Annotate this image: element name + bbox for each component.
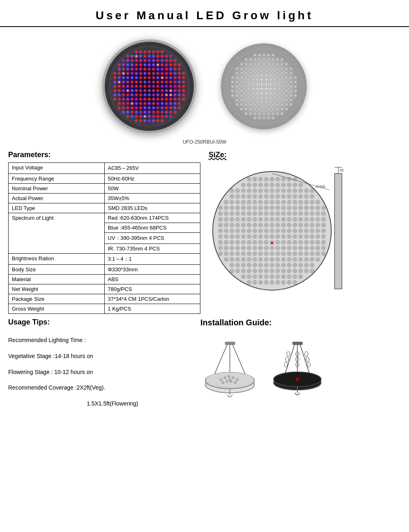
svg-point-147 <box>236 229 240 233</box>
svg-point-94 <box>258 212 263 216</box>
svg-point-33 <box>299 189 303 193</box>
svg-point-221 <box>224 252 228 256</box>
svg-point-214 <box>293 246 297 250</box>
svg-point-218 <box>316 246 320 250</box>
svg-point-145 <box>224 229 228 233</box>
svg-point-273 <box>241 269 245 273</box>
svg-point-11 <box>247 183 251 187</box>
svg-point-281 <box>287 269 291 273</box>
svg-point-235 <box>304 252 308 256</box>
svg-point-106 <box>218 217 222 221</box>
svg-point-284 <box>304 269 308 273</box>
svg-point-5 <box>270 177 274 181</box>
svg-point-291 <box>270 275 274 279</box>
svg-point-18 <box>287 183 291 187</box>
svg-point-170 <box>258 234 263 239</box>
svg-point-301 <box>270 280 274 284</box>
svg-point-295 <box>293 275 297 279</box>
svg-point-226 <box>253 252 257 256</box>
svg-point-87 <box>218 212 222 216</box>
svg-point-9 <box>293 177 297 181</box>
svg-point-231 <box>281 252 285 256</box>
svg-point-179 <box>310 234 314 239</box>
usage-text: Recommended Lighting Time : Vegetative S… <box>8 330 192 410</box>
svg-point-337 <box>284 362 288 367</box>
svg-point-202 <box>224 246 228 250</box>
svg-point-304 <box>287 280 291 284</box>
svg-point-99 <box>287 212 291 216</box>
svg-point-258 <box>241 263 245 267</box>
svg-point-55 <box>247 200 251 204</box>
svg-point-133 <box>264 223 268 227</box>
svg-point-78 <box>276 206 280 210</box>
svg-point-194 <box>287 240 291 244</box>
svg-point-2 <box>253 177 257 181</box>
svg-point-294 <box>287 275 291 279</box>
led-back-image <box>221 43 307 129</box>
page-title: User Manual LED Grow light <box>0 0 409 27</box>
svg-point-91 <box>241 212 245 216</box>
svg-point-109 <box>236 217 240 221</box>
svg-point-16 <box>276 183 280 187</box>
svg-point-10 <box>241 183 245 187</box>
svg-point-54 <box>241 200 245 204</box>
svg-point-211 <box>276 246 280 250</box>
svg-point-290 <box>264 275 268 279</box>
svg-point-176 <box>293 234 297 239</box>
svg-point-288 <box>253 275 257 279</box>
svg-point-149 <box>247 229 251 233</box>
svg-point-143 <box>321 223 326 227</box>
svg-point-72 <box>241 206 245 210</box>
svg-point-57 <box>258 200 263 204</box>
svg-point-37 <box>236 194 240 198</box>
svg-point-117 <box>281 217 285 221</box>
svg-point-172 <box>270 234 274 239</box>
svg-point-166 <box>236 234 240 239</box>
svg-point-271 <box>230 269 234 273</box>
svg-point-129 <box>241 223 245 227</box>
svg-point-24 <box>247 189 251 193</box>
svg-point-297 <box>247 280 251 284</box>
svg-point-292 <box>276 275 280 279</box>
svg-point-7 <box>281 177 285 181</box>
svg-point-263 <box>270 263 274 267</box>
svg-point-262 <box>264 263 268 267</box>
svg-point-269 <box>304 263 308 267</box>
svg-point-73 <box>247 206 251 210</box>
svg-point-30 <box>281 189 285 193</box>
svg-point-233 <box>293 252 297 256</box>
svg-point-20 <box>299 183 303 187</box>
svg-point-212 <box>281 246 285 250</box>
svg-point-125 <box>218 223 222 227</box>
svg-point-56 <box>253 200 257 204</box>
svg-point-293 <box>281 275 285 279</box>
svg-point-154 <box>276 229 280 233</box>
svg-point-322 <box>228 375 230 378</box>
svg-point-96 <box>270 212 274 216</box>
usage-section: Usage Tips: Recommended Lighting Time : … <box>8 318 192 415</box>
svg-point-209 <box>264 246 268 250</box>
svg-point-44 <box>276 194 280 198</box>
svg-point-189 <box>258 240 263 244</box>
svg-point-248 <box>276 257 280 261</box>
svg-point-241 <box>236 257 240 261</box>
svg-point-329 <box>234 381 236 384</box>
svg-point-165 <box>230 234 234 239</box>
svg-point-68 <box>218 206 222 210</box>
svg-point-232 <box>287 252 291 256</box>
svg-point-327 <box>226 380 228 383</box>
svg-point-300 <box>264 280 268 284</box>
svg-point-112 <box>253 217 257 221</box>
svg-point-341 <box>305 352 308 356</box>
svg-point-93 <box>253 212 257 216</box>
svg-point-184 <box>230 240 234 244</box>
svg-point-264 <box>276 263 280 267</box>
svg-point-60 <box>276 200 280 204</box>
svg-point-195 <box>293 240 297 244</box>
svg-point-69 <box>224 206 228 210</box>
svg-point-156 <box>287 229 291 233</box>
svg-point-188 <box>253 240 257 244</box>
svg-point-42 <box>264 194 268 198</box>
svg-point-144 <box>218 229 222 233</box>
svg-point-246 <box>264 257 268 261</box>
